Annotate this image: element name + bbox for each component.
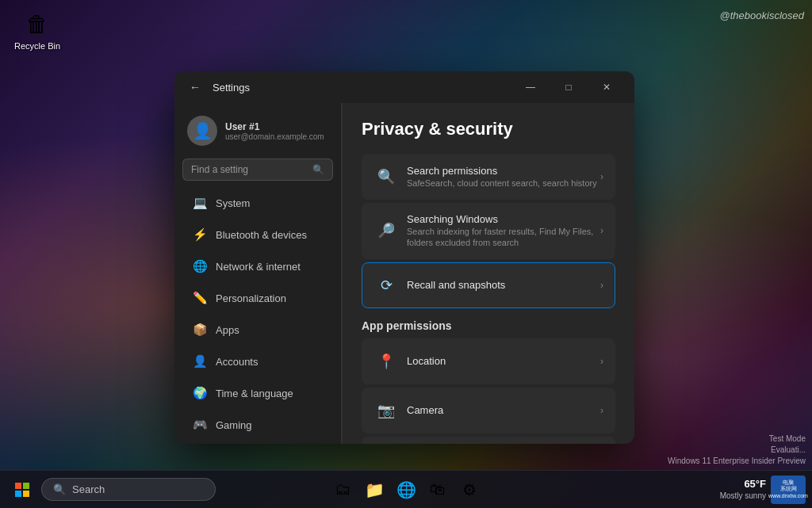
recycle-bin-icon: 🗑 (21, 8, 53, 40)
settings-window: ← Settings — □ ✕ 👤 User #1 user@domain.e… (174, 71, 634, 444)
settings-item-recall[interactable]: ⟳ Recall and snapshots › (362, 262, 615, 308)
camera-text: Camera (407, 404, 600, 416)
desktop: @thebookisclosed 🗑 Recycle Bin ← Setting… (0, 0, 812, 508)
profile-info: User #1 user@domain.example.com (225, 121, 324, 141)
bluetooth-icon: ⚡ (192, 227, 208, 243)
page-title: Privacy & security (362, 119, 615, 139)
nav-label-time: Time & language (216, 388, 293, 399)
settings-item-search-permissions[interactable]: 🔍 Search permissions SafeSearch, cloud c… (362, 154, 615, 200)
svg-rect-1 (23, 483, 29, 489)
nav-item-accessibility[interactable]: ♿ Accessibility (179, 441, 336, 444)
main-content: Privacy & security 🔍 Search permissions … (343, 103, 634, 444)
watermark: @thebookisclosed (720, 10, 804, 21)
taskbar-files-icon[interactable]: 🗂 (328, 476, 357, 504)
taskbar-store-icon[interactable]: 🛍 (423, 476, 452, 504)
back-button[interactable]: ← (184, 76, 206, 98)
searching-windows-desc: Search indexing for faster results, Find… (407, 226, 600, 249)
nav-label-personalization: Personalization (216, 292, 286, 304)
search-placeholder: Find a setting (191, 164, 248, 175)
camera-icon: 📷 (373, 398, 399, 423)
nav-label-gaming: Gaming (216, 419, 252, 431)
settings-item-microphone[interactable]: 🎤 Microphone › (362, 437, 615, 444)
search-permissions-desc: SafeSearch, cloud content search, search… (407, 178, 600, 189)
test-mode-text: Test Mode Evaluati... Windows 11 Enterpr… (668, 434, 806, 467)
nav-label-network: Network & internet (216, 261, 301, 273)
settings-content: 👤 User #1 user@domain.example.com Find a… (174, 103, 634, 444)
taskbar-right: 65°F Mostly sunny 电脑系统网www.dnxtw.com (720, 476, 806, 504)
sidebar: 👤 User #1 user@domain.example.com Find a… (174, 103, 341, 444)
profile-section[interactable]: 👤 User #1 user@domain.example.com (174, 109, 341, 155)
svg-rect-0 (15, 483, 21, 489)
search-permissions-chevron: › (600, 171, 603, 182)
nav-item-network[interactable]: 🌐 Network & internet (179, 251, 336, 281)
location-title: Location (407, 355, 600, 367)
camera-title: Camera (407, 404, 600, 416)
taskbar-search-placeholder: Search (72, 483, 105, 495)
start-button[interactable] (6, 474, 38, 506)
weather-info: 65°F Mostly sunny (720, 478, 766, 502)
nav-item-apps[interactable]: 📦 Apps (179, 315, 336, 345)
location-text: Location (407, 355, 600, 367)
test-mode-label: Test Mode (668, 434, 806, 445)
app-permissions-label: App permissions (362, 319, 615, 332)
recall-icon: ⟳ (373, 273, 399, 298)
nav-label-apps: Apps (216, 324, 239, 336)
location-icon: 📍 (373, 349, 399, 374)
searching-windows-icon: 🔎 (373, 218, 399, 243)
location-chevron: › (600, 356, 603, 367)
taskbar-search-icon: 🔍 (53, 483, 66, 495)
accounts-icon: 👤 (192, 353, 208, 369)
title-bar-left: ← Settings (184, 76, 250, 98)
time-icon: 🌍 (192, 385, 208, 401)
settings-item-camera[interactable]: 📷 Camera › (362, 388, 615, 434)
system-icon: 💻 (192, 195, 208, 211)
search-permissions-text: Search permissions SafeSearch, cloud con… (407, 165, 600, 189)
nav-item-time[interactable]: 🌍 Time & language (179, 378, 336, 408)
nav-item-system[interactable]: 💻 System (179, 188, 336, 218)
nav-item-gaming[interactable]: 🎮 Gaming (179, 410, 336, 440)
nav-item-bluetooth[interactable]: ⚡ Bluetooth & devices (179, 220, 336, 250)
maximize-button[interactable]: □ (550, 74, 587, 100)
nav-label-bluetooth: Bluetooth & devices (216, 229, 307, 241)
settings-item-location[interactable]: 📍 Location › (362, 338, 615, 384)
nav-label-system: System (216, 197, 250, 209)
minimize-button[interactable]: — (512, 74, 549, 100)
recall-text: Recall and snapshots (407, 279, 600, 291)
avatar: 👤 (187, 116, 217, 146)
network-icon: 🌐 (192, 258, 208, 274)
window-title: Settings (213, 82, 250, 94)
recall-title: Recall and snapshots (407, 279, 600, 291)
insider-preview-label: Windows 11 Enterprise Insider Preview (668, 456, 806, 467)
taskbar: 🔍 Search 🗂 📁 🌐 🛍 ⚙ 65°F Mostly sunny 电脑系… (0, 470, 812, 508)
svg-rect-3 (23, 491, 29, 497)
search-permissions-title: Search permissions (407, 165, 600, 177)
taskbar-browser-icon[interactable]: 🌐 (392, 476, 420, 504)
recall-chevron: › (600, 280, 603, 291)
close-button[interactable]: ✕ (588, 74, 625, 100)
nav-label-accounts: Accounts (216, 356, 258, 368)
weather-desc: Mostly sunny (720, 491, 766, 501)
sidebar-search[interactable]: Find a setting 🔍 (182, 159, 333, 181)
profile-email: user@domain.example.com (225, 132, 324, 141)
window-controls: — □ ✕ (512, 74, 625, 100)
recycle-bin[interactable]: 🗑 Recycle Bin (14, 8, 60, 51)
taskbar-explorer-icon[interactable]: 📁 (360, 476, 389, 504)
nav-item-accounts[interactable]: 👤 Accounts (179, 346, 336, 376)
profile-name: User #1 (225, 121, 324, 132)
search-icon: 🔍 (312, 164, 324, 175)
recycle-bin-label: Recycle Bin (14, 41, 60, 51)
searching-windows-text: Searching Windows Search indexing for fa… (407, 213, 600, 249)
taskbar-search[interactable]: 🔍 Search (41, 478, 216, 501)
gaming-icon: 🎮 (192, 417, 208, 433)
evaluation-label: Evaluati... (668, 445, 806, 456)
searching-windows-title: Searching Windows (407, 213, 600, 225)
nav-item-personalization[interactable]: ✏️ Personalization (179, 283, 336, 313)
taskbar-left: 🔍 Search (6, 474, 216, 506)
settings-item-searching-windows[interactable]: 🔎 Searching Windows Search indexing for … (362, 203, 615, 259)
taskbar-center: 🗂 📁 🌐 🛍 ⚙ (328, 476, 484, 504)
apps-icon: 📦 (192, 322, 208, 338)
taskbar-settings-icon[interactable]: ⚙ (455, 476, 484, 504)
camera-chevron: › (600, 405, 603, 416)
search-permissions-icon: 🔍 (373, 164, 399, 189)
logo-badge[interactable]: 电脑系统网www.dnxtw.com (771, 476, 806, 504)
